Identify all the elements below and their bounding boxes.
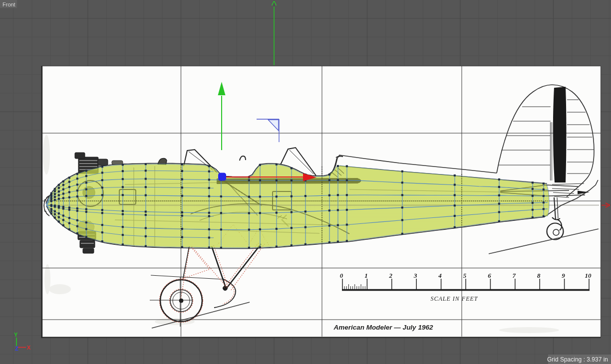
svg-text:8: 8 (537, 272, 541, 279)
svg-text:3: 3 (413, 272, 417, 279)
svg-text:7: 7 (513, 272, 516, 279)
svg-text:9: 9 (562, 272, 565, 279)
svg-text:2: 2 (389, 272, 393, 279)
svg-text:6: 6 (488, 272, 491, 279)
svg-text:Y: Y (14, 332, 18, 338)
svg-text:SCALE IN FEET: SCALE IN FEET (430, 295, 478, 302)
svg-text:X: X (27, 345, 31, 351)
svg-text:10: 10 (585, 272, 592, 279)
svg-text:5: 5 (463, 272, 467, 279)
svg-text:Grid Spacing : 3.937 in: Grid Spacing : 3.937 in (547, 356, 608, 363)
svg-text:Front: Front (2, 1, 15, 7)
svg-text:American Modeler — July 1962: American Modeler — July 1962 (333, 324, 433, 331)
svg-text:1: 1 (364, 272, 368, 279)
svg-text:Z: Z (15, 346, 18, 352)
svg-text:4: 4 (438, 272, 442, 279)
svg-text:0: 0 (340, 272, 343, 279)
